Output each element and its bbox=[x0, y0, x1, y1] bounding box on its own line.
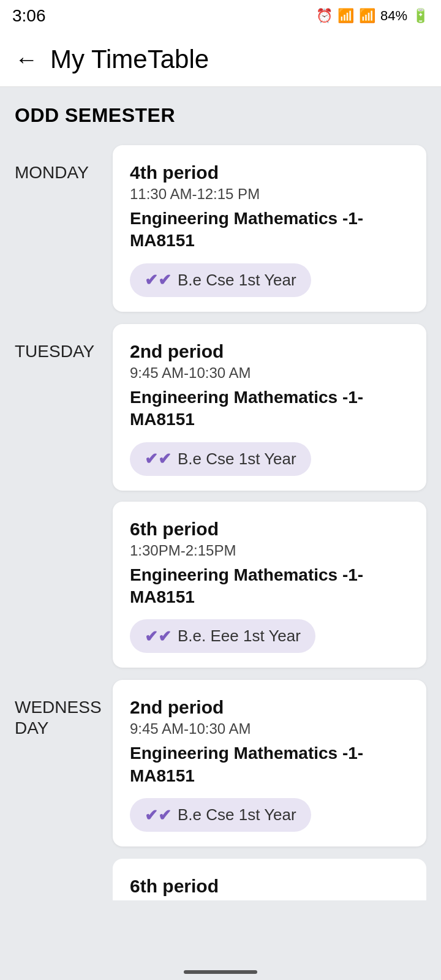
alarm-icon: ⏰ bbox=[316, 8, 333, 24]
badge-class-label: B.e Cse 1st Year bbox=[178, 450, 296, 469]
period-name: 2nd period bbox=[130, 697, 409, 718]
bottom-nav-indicator bbox=[184, 970, 257, 974]
subject-name: Engineering Mathematics -1-MA8151 bbox=[130, 208, 409, 252]
period-card: 2nd period9:45 AM-10:30 AMEngineering Ma… bbox=[113, 680, 426, 846]
wifi-icon: 📶 bbox=[337, 8, 354, 24]
day-section-wednesday: WEDNESSDAY2nd period9:45 AM-10:30 AMEngi… bbox=[15, 680, 426, 846]
class-badge: ✔✔B.e Cse 1st Year bbox=[130, 263, 311, 297]
main-content: ODD SEMESTER MONDAY4th period11:30 AM-12… bbox=[0, 87, 441, 900]
class-badge: ✔✔B.e. Eee 1st Year bbox=[130, 619, 315, 653]
day-label: MONDAY bbox=[15, 145, 113, 183]
day-label: WEDNESSDAY bbox=[15, 680, 113, 738]
day-label: TUESDAY bbox=[15, 324, 113, 362]
battery-level: 84% bbox=[380, 8, 407, 24]
day-cards: 4th period11:30 AM-12:15 PMEngineering M… bbox=[113, 145, 426, 312]
subject-name: Engineering Mathematics -1-MA8151 bbox=[130, 742, 409, 787]
day-section-tuesday: TUESDAY2nd period9:45 AM-10:30 AMEnginee… bbox=[15, 324, 426, 668]
checkmark-icon: ✔✔ bbox=[145, 807, 172, 823]
checkmark-icon: ✔✔ bbox=[145, 628, 172, 644]
partial-period-name: 6th period bbox=[130, 876, 409, 897]
period-card: 2nd period9:45 AM-10:30 AMEngineering Ma… bbox=[113, 324, 426, 491]
class-badge: ✔✔B.e Cse 1st Year bbox=[130, 798, 311, 832]
badge-class-label: B.e Cse 1st Year bbox=[178, 805, 296, 824]
badge-class-label: B.e Cse 1st Year bbox=[178, 271, 296, 290]
period-card: 4th period11:30 AM-12:15 PMEngineering M… bbox=[113, 145, 426, 312]
period-name: 4th period bbox=[130, 162, 409, 183]
checkmark-icon: ✔✔ bbox=[145, 451, 172, 467]
status-icons: ⏰ 📶 📶 84% 🔋 bbox=[316, 8, 429, 24]
signal-icon: 📶 bbox=[359, 8, 375, 24]
class-badge: ✔✔B.e Cse 1st Year bbox=[130, 442, 311, 476]
page-title: My TimeTable bbox=[50, 45, 209, 74]
period-time: 11:30 AM-12:15 PM bbox=[130, 186, 409, 203]
period-name: 2nd period bbox=[130, 341, 409, 362]
period-time: 1:30PM-2:15PM bbox=[130, 542, 409, 559]
day-section-monday: MONDAY4th period11:30 AM-12:15 PMEnginee… bbox=[15, 145, 426, 312]
status-time: 3:06 bbox=[12, 6, 46, 26]
badge-class-label: B.e. Eee 1st Year bbox=[178, 627, 301, 646]
subject-name: Engineering Mathematics -1-MA8151 bbox=[130, 386, 409, 431]
partial-day-section: 6th period bbox=[15, 859, 426, 900]
period-name: 6th period bbox=[130, 519, 409, 540]
subject-name: Engineering Mathematics -1-MA8151 bbox=[130, 564, 409, 609]
period-card: 6th period1:30PM-2:15PMEngineering Mathe… bbox=[113, 502, 426, 668]
day-cards: 2nd period9:45 AM-10:30 AMEngineering Ma… bbox=[113, 680, 426, 846]
period-time: 9:45 AM-10:30 AM bbox=[130, 720, 409, 737]
status-bar: 3:06 ⏰ 📶 📶 84% 🔋 bbox=[0, 0, 441, 32]
partial-day-cards: 6th period bbox=[113, 859, 426, 900]
partial-period-card: 6th period bbox=[113, 859, 426, 900]
battery-icon: 🔋 bbox=[412, 8, 429, 24]
back-button[interactable]: ← bbox=[15, 48, 38, 71]
period-time: 9:45 AM-10:30 AM bbox=[130, 364, 409, 382]
semester-title: ODD SEMESTER bbox=[15, 104, 426, 127]
partial-day-label bbox=[15, 859, 113, 876]
app-bar: ← My TimeTable bbox=[0, 32, 441, 87]
day-cards: 2nd period9:45 AM-10:30 AMEngineering Ma… bbox=[113, 324, 426, 668]
checkmark-icon: ✔✔ bbox=[145, 272, 172, 288]
